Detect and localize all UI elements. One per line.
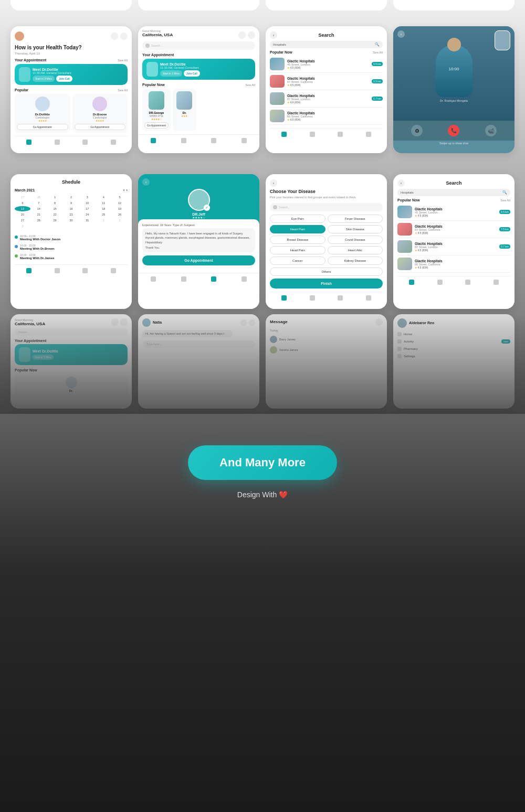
search-icon[interactable] <box>111 33 118 40</box>
nav-chat-8[interactable] <box>437 280 443 285</box>
video-back-btn[interactable]: ‹ <box>397 30 405 38</box>
hospital-item-2[interactable]: Glactic Hospitals 67 Street, California … <box>270 73 383 90</box>
msg-icon[interactable] <box>375 318 383 326</box>
doctor-card-2[interactable]: Dr.Boose Cardiologist ★★★★ Go Appointmen… <box>72 94 128 133</box>
menu-pharmacy[interactable]: Pharmacy <box>397 345 510 352</box>
nav-cal-8[interactable] <box>465 280 470 285</box>
hospital-item-1[interactable]: Glactic Hospitals 45 Street, London ★ 4.… <box>270 56 383 73</box>
search-icon-ca[interactable] <box>238 31 246 39</box>
scroll-go-appt-1[interactable]: Go Appointment <box>144 122 169 129</box>
go-appt-btn-1[interactable]: Go Appointment <box>17 124 68 130</box>
nav-calendar[interactable] <box>82 140 88 145</box>
appt-see-all[interactable]: See All <box>118 59 128 62</box>
join-btn[interactable]: Join Call <box>56 76 72 82</box>
disease-kidney[interactable]: Kidney Disease <box>328 257 383 265</box>
nav-prof-5[interactable] <box>111 268 116 273</box>
search2-back[interactable]: ‹ <box>397 179 405 187</box>
menu-activity[interactable]: Activity new <box>397 338 510 345</box>
disease-cancer[interactable]: Cancer <box>270 257 326 265</box>
h-item-2-4[interactable]: Glactic Hospitals 66 Street, California … <box>397 255 510 273</box>
pop-doc-f1[interactable]: Dr. <box>15 374 128 395</box>
msg-item-1[interactable]: Barry James <box>270 334 383 345</box>
refresh-icon-ca[interactable] <box>248 31 255 39</box>
disease-heart-pain[interactable]: Heart Pain <box>270 225 326 233</box>
doc-profile-back[interactable]: ‹ <box>142 178 150 186</box>
menu-settings[interactable]: Settings <box>397 352 510 360</box>
end-call-btn[interactable]: 📞 <box>448 125 459 136</box>
nav-prof-8[interactable] <box>494 280 499 285</box>
popular-see-all-s[interactable]: See All <box>373 51 383 54</box>
start-btn[interactable]: Start in 3 Mins <box>33 76 55 82</box>
nav-prof-6[interactable] <box>242 276 247 282</box>
go-appointment-btn[interactable]: Go Appointment <box>142 255 255 265</box>
h-item-2-2[interactable]: Glactic Hospitals 67 Street, California … <box>397 221 510 238</box>
nav-home-8[interactable] <box>409 280 414 285</box>
start-btn-ca[interactable]: Start in 3 Mins <box>160 70 182 77</box>
phone-icon[interactable] <box>240 319 247 326</box>
popular-see-all-ca[interactable]: See All <box>245 83 255 87</box>
nav-cal-2[interactable] <box>211 138 216 143</box>
cal-prev[interactable]: ‹ <box>123 188 125 193</box>
go-appt-btn-2[interactable]: Go Appointment <box>75 124 126 130</box>
back-arrow-search[interactable]: ‹ <box>270 31 277 39</box>
filter-bar-2[interactable]: Hospitals 🔍 <box>397 189 510 196</box>
nav-profile[interactable] <box>111 140 116 145</box>
settings-btn[interactable]: ⚙ <box>411 125 423 136</box>
icon-f1[interactable] <box>111 318 119 326</box>
video-toggle-btn[interactable]: 📹 <box>485 125 497 136</box>
see-all-2[interactable]: See All <box>500 199 510 202</box>
nav-cal-7[interactable] <box>338 295 343 301</box>
disease-search[interactable]: Search... <box>270 203 383 211</box>
disease-heart-attic[interactable]: Heart Attic <box>328 246 383 254</box>
popular-see-all[interactable]: See All <box>118 89 128 92</box>
nav-prof-2[interactable] <box>242 138 247 143</box>
nav-chat[interactable] <box>55 140 60 145</box>
msg-item-2[interactable]: Sandra James <box>270 345 383 355</box>
nav-chat-3[interactable] <box>310 132 315 137</box>
filter-bar[interactable]: Hospitals 🔍 <box>270 41 383 48</box>
nav-prof-3[interactable] <box>366 132 371 137</box>
disease-grid: Eye Pain Fever Disease Heart Pain Skin D… <box>270 215 383 265</box>
many-more-btn[interactable]: And Many More <box>188 445 337 480</box>
nav-chat-7[interactable] <box>310 295 315 301</box>
icon-f2[interactable] <box>120 318 128 326</box>
nav-cal-5[interactable] <box>82 268 88 273</box>
nav-prof-7[interactable] <box>366 295 371 301</box>
scroll-doc-1[interactable]: DR.George MBBS PHd ★★★★☆ Go Appointment <box>142 89 171 131</box>
disease-breast[interactable]: Breast Disease <box>270 236 326 244</box>
menu-home[interactable]: Home <box>397 330 510 338</box>
join-btn-ca[interactable]: Join Call <box>184 70 200 77</box>
search-f[interactable]: Search... <box>15 328 128 336</box>
scroll-doc-2[interactable]: Dr. ★★★ <box>173 89 196 131</box>
nav-home-3[interactable] <box>281 132 287 137</box>
disease-head[interactable]: Head Pain <box>270 246 326 254</box>
chat-input[interactable]: Type here... <box>142 340 255 348</box>
h-item-2-1[interactable]: Glactic Hospitals 45 Street, London ★ 4.… <box>397 204 510 221</box>
disease-others[interactable]: Others <box>270 268 383 276</box>
search-bar-ca[interactable]: Search.... <box>142 41 255 50</box>
disease-skin[interactable]: Skin Disease <box>328 225 383 233</box>
hospital-item-4[interactable]: Glactic Hospitals 66 Street, California … <box>270 108 383 125</box>
nav-home-6[interactable] <box>151 276 156 282</box>
start-f[interactable]: Start in 3 Mins <box>33 355 54 360</box>
doctor-card-1[interactable]: Dr.Dollitle Cardiologist ★★★★ Go Appoint… <box>15 94 70 133</box>
video-icon[interactable] <box>249 319 255 326</box>
nav-home-7[interactable] <box>281 295 287 301</box>
disease-fever[interactable]: Fever Disease <box>328 215 383 223</box>
refresh-icon[interactable] <box>120 33 128 40</box>
nav-chat-5[interactable] <box>55 268 60 273</box>
nav-cal-6[interactable] <box>211 276 216 282</box>
disease-covid[interactable]: Covid Disease <box>328 236 383 244</box>
hospital-item-3[interactable]: Glactic Hospitals 87 Street, London ★ 4.… <box>270 90 383 108</box>
disease-back[interactable]: ‹ <box>270 179 277 187</box>
nav-chat-6[interactable] <box>181 276 186 282</box>
h-item-2-3[interactable]: Glactic Hospitals 87 Street, London ★ 4.… <box>397 238 510 255</box>
nav-home[interactable] <box>26 140 32 145</box>
finish-btn[interactable]: Finish <box>270 279 383 289</box>
cal-next[interactable]: › <box>126 188 128 193</box>
disease-eye-pain[interactable]: Eye Pain <box>270 215 326 223</box>
nav-home-2[interactable] <box>151 138 156 143</box>
nav-cal-3[interactable] <box>338 132 343 137</box>
nav-chat-2[interactable] <box>181 138 186 143</box>
nav-home-5[interactable] <box>26 268 32 273</box>
